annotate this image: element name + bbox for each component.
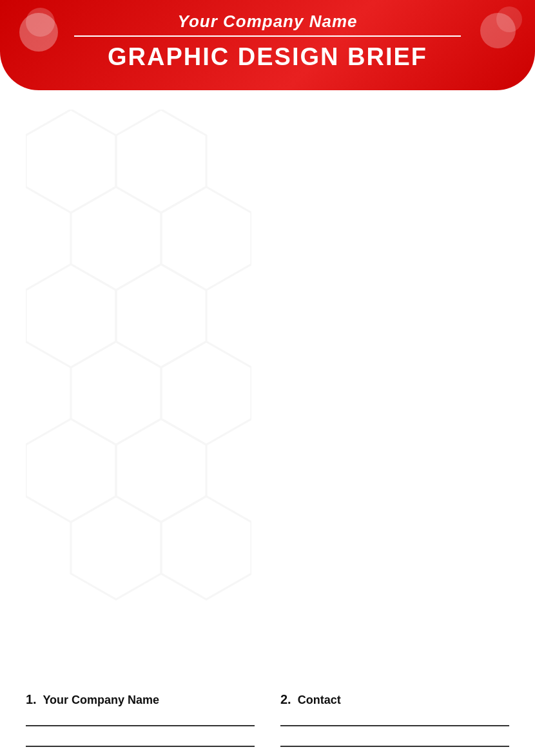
svg-marker-9 — [116, 419, 206, 522]
section-row-1-2: 1. Your Company Name 2. Contact — [26, 692, 509, 756]
section-2-input-1[interactable] — [280, 715, 509, 726]
main-content: 1. Your Company Name 2. Contact 3. What … — [0, 90, 535, 756]
header-company-name: Your Company Name — [26, 12, 509, 32]
header-divider — [74, 35, 461, 37]
header-title: GRAPHIC DESIGN BRIEF — [26, 43, 509, 71]
svg-marker-8 — [26, 419, 116, 522]
svg-marker-11 — [161, 496, 251, 599]
section-2-input-2[interactable] — [280, 735, 509, 747]
svg-marker-6 — [71, 342, 161, 445]
section-2-col: 2. Contact — [280, 692, 509, 756]
header: Your Company Name GRAPHIC DESIGN BRIEF — [0, 0, 535, 90]
svg-marker-3 — [161, 187, 251, 290]
section-1-col: 1. Your Company Name — [26, 692, 255, 756]
svg-marker-2 — [71, 187, 161, 290]
section-1-input-1[interactable] — [26, 715, 255, 726]
svg-marker-4 — [26, 264, 116, 367]
decorative-circle-right — [480, 13, 516, 48]
svg-marker-5 — [116, 264, 206, 367]
section-2-label: 2. Contact — [280, 692, 509, 707]
svg-marker-7 — [161, 342, 251, 445]
svg-marker-1 — [116, 110, 206, 213]
svg-marker-0 — [26, 110, 116, 213]
decorative-circle-left — [19, 13, 58, 52]
svg-marker-10 — [71, 496, 161, 599]
section-1-input-2[interactable] — [26, 735, 255, 747]
hex-background — [26, 110, 251, 690]
section-1-label: 1. Your Company Name — [26, 692, 255, 707]
